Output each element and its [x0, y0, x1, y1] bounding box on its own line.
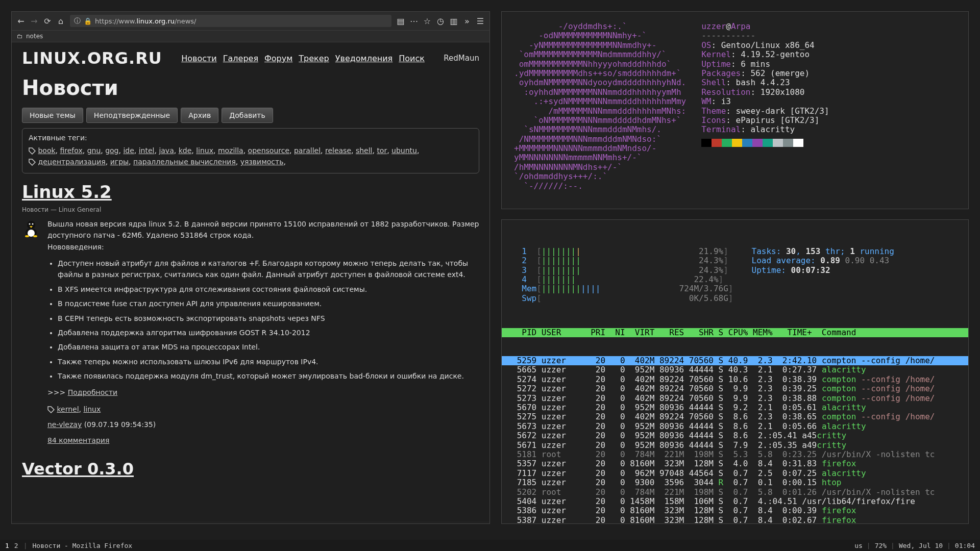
tags-row-2: децентрализация, игры, параллельные вычи…	[29, 156, 473, 167]
back-icon[interactable]: ←	[17, 17, 25, 25]
tag-link[interactable]: release	[325, 146, 351, 155]
firefox-window: ← → ⟳ ⌂ ⓘ 🔒 https://www.linux.org.ru/new…	[11, 11, 490, 524]
tag-link[interactable]: tor	[377, 146, 387, 155]
article-item: В подсистеме fuse стал доступен API для …	[58, 298, 479, 309]
more-link[interactable]: Подробности	[68, 388, 118, 396]
time: 01:04	[955, 542, 975, 549]
tab-button[interactable]: Новые темы	[22, 108, 83, 123]
article-1: Linux 5.2 Новости — Linux General Вышла …	[22, 182, 479, 450]
page-content: LINUX.ORG.RU НовостиГалереяФорумТрекерУв…	[12, 42, 489, 521]
nav-link[interactable]: Новости	[181, 54, 217, 63]
tag-link[interactable]: игры	[110, 158, 129, 166]
menu-icon[interactable]: ☰	[476, 17, 484, 25]
tag-link[interactable]: ide	[123, 146, 134, 155]
i3-status-bar: 1 2 | Новости - Mozilla Firefox us | 72%…	[0, 540, 980, 551]
page-actions-icon[interactable]: ⋯	[410, 17, 418, 25]
news-tabs: Новые темыНеподтвержденныеАрхивДобавить	[22, 108, 479, 123]
htop-terminal[interactable]: 1 [|||||||| 21.9%] 2 [|||||||| 24.3%] 3 …	[501, 219, 969, 524]
article-title[interactable]: Linux 5.2	[22, 182, 479, 202]
neofetch-terminal[interactable]: -/oyddmdhs+:.` -odNMMMMMMMMMMNNmhy+-` -y…	[501, 11, 969, 209]
nav-link[interactable]: Галерея	[223, 54, 258, 63]
article-item: В XFS имеется инфраструктура для отслежи…	[58, 284, 479, 295]
page-title: Новости	[22, 76, 479, 99]
site-nav: НовостиГалереяФорумТрекерУведомленияПоис…	[181, 54, 425, 63]
tag-icon	[47, 406, 55, 413]
bookmark-folder[interactable]: notes	[26, 33, 43, 40]
forward-icon[interactable]: →	[30, 17, 38, 25]
browser-toolbar: ← → ⟳ ⌂ ⓘ 🔒 https://www.linux.org.ru/new…	[12, 12, 489, 31]
reload-icon[interactable]: ⟳	[43, 17, 52, 25]
workspace-1[interactable]: 1	[5, 542, 9, 549]
article-items: Доступен новый атрибут для файлов и ката…	[58, 258, 479, 382]
keyboard-layout: us	[854, 542, 863, 549]
tag-link[interactable]: shell	[356, 146, 373, 155]
article-item: Также теперь можно использовать шлюзы IP…	[58, 356, 479, 367]
tab-button[interactable]: Добавить	[222, 108, 273, 123]
tag-link[interactable]: децентрализация	[38, 158, 105, 166]
tag-link[interactable]: mozilla	[218, 146, 243, 155]
tags-box: Активные теги: book, firefox, gnu, gog, …	[22, 128, 479, 173]
info-icon[interactable]: ⓘ	[74, 16, 81, 26]
tux-icon	[22, 219, 40, 238]
tag-icon	[29, 146, 38, 155]
article-p2: Нововведения:	[47, 241, 479, 253]
svg-point-4	[32, 223, 34, 224]
tag-link[interactable]: kde	[179, 146, 192, 155]
tag-link[interactable]: gog	[105, 146, 118, 155]
article-p1: Вышла новая версия ядра linux 5.2. В дан…	[47, 218, 479, 241]
nav-link[interactable]: Трекер	[299, 54, 329, 63]
library-icon[interactable]: ▥	[450, 17, 458, 25]
tag-link[interactable]: opensource	[248, 146, 289, 155]
tag-link[interactable]: linux	[196, 146, 213, 155]
window-title: Новости - Mozilla Firefox	[32, 542, 132, 549]
article-item: Доступен новый атрибут для файлов и ката…	[58, 258, 479, 281]
url-bar[interactable]: ⓘ 🔒 https://www.linux.org.ru/news/	[70, 15, 391, 27]
workspace-2[interactable]: 2	[14, 542, 18, 549]
tag-link[interactable]: parallel	[294, 146, 321, 155]
url-text: https://www.linux.org.ru/news/	[95, 17, 196, 25]
clock-icon[interactable]: ◷	[436, 17, 445, 25]
htop-info: Tasks: 30, 153 thr; 1 runningLoad averag…	[752, 247, 894, 303]
tag-link[interactable]: intel	[139, 146, 155, 155]
article-title[interactable]: Vector 0.3.0	[22, 459, 479, 479]
neofetch-logo: -/oyddmdhs+:.` -odNMMMMMMMMMMNNmhy+-` -y…	[514, 22, 686, 191]
overflow-icon[interactable]: »	[463, 17, 471, 25]
tab-button[interactable]: Архив	[181, 108, 218, 123]
folder-icon: 🗀	[17, 33, 23, 40]
article-item: Также появилась поддержка модуля dm_trus…	[58, 370, 479, 382]
tag-link[interactable]: book	[38, 146, 55, 155]
htop-rows: 5259 uzzer 20 0 402M 89224 70560 S 40.9 …	[512, 356, 958, 524]
user-label[interactable]: RedMaun	[444, 54, 479, 63]
more-para: >>> Подробности	[47, 387, 479, 398]
article-tag[interactable]: linux	[83, 405, 101, 413]
nav-link[interactable]: Уведомления	[335, 54, 393, 63]
battery: 72%	[875, 542, 887, 549]
svg-point-6	[33, 235, 37, 237]
neofetch-info: uzzer@Arpa-----------OS: Gentoo/Linux x8…	[701, 22, 829, 191]
reader-icon[interactable]: ▤	[397, 17, 405, 25]
htop-bars: 1 [|||||||| 21.9%] 2 [|||||||| 24.3%] 3 …	[512, 247, 733, 303]
article-timestamp: (09.07.19 09:54:35)	[84, 420, 156, 429]
article-meta: Новости — Linux General	[22, 206, 479, 213]
lock-icon: 🔒	[84, 17, 92, 25]
article-item: Добавлена поддержка алгоритма шифрования…	[58, 327, 479, 338]
comments-link[interactable]: 84 комментария	[47, 436, 109, 444]
bookmarks-bar: 🗀 notes	[12, 31, 489, 42]
article-tag[interactable]: kernel	[57, 405, 79, 413]
tag-link[interactable]: ubuntu	[391, 146, 417, 155]
tag-link[interactable]: параллельные вычисления	[133, 158, 236, 166]
tab-button[interactable]: Неподтвержденные	[86, 108, 178, 123]
article-tags: kernel, linux	[47, 404, 479, 415]
article-item: Добавлена защита от атак MDS на процессо…	[58, 341, 479, 353]
nav-link[interactable]: Поиск	[399, 54, 425, 63]
nav-link[interactable]: Форум	[264, 54, 292, 63]
home-icon[interactable]: ⌂	[57, 17, 65, 25]
tag-link[interactable]: firefox	[60, 146, 82, 155]
bookmark-star-icon[interactable]: ☆	[423, 17, 431, 25]
article-author[interactable]: ne-vlezay	[47, 420, 82, 429]
tag-link[interactable]: java	[159, 146, 174, 155]
site-title[interactable]: LINUX.ORG.RU	[22, 48, 162, 68]
tag-link[interactable]: gnu	[87, 146, 101, 155]
tags-row-1: book, firefox, gnu, gog, ide, intel, jav…	[29, 145, 473, 156]
tag-link[interactable]: уязвимость	[240, 158, 284, 166]
